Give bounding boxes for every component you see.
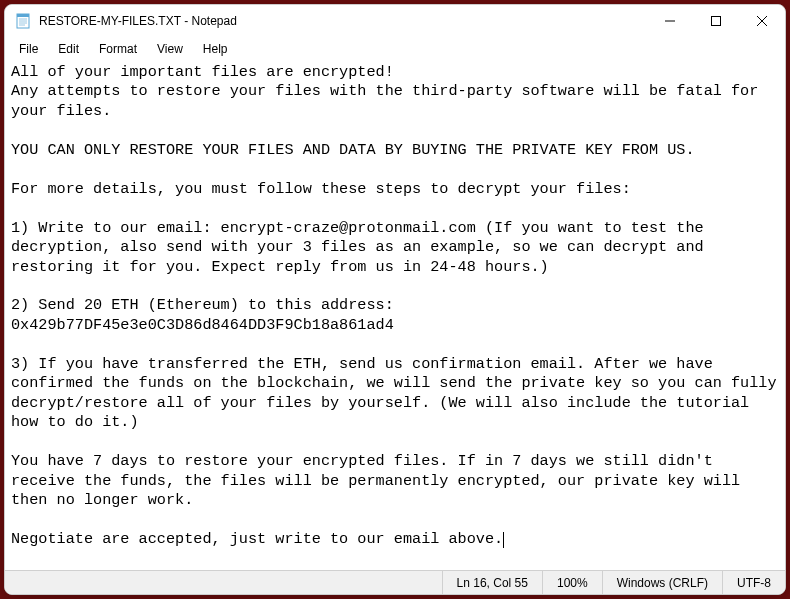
window-title: RESTORE-MY-FILES.TXT - Notepad (39, 14, 647, 28)
svg-rect-7 (712, 17, 721, 26)
statusbar: Ln 16, Col 55 100% Windows (CRLF) UTF-8 (5, 570, 785, 594)
menu-format[interactable]: Format (89, 40, 147, 58)
notepad-icon (15, 13, 31, 29)
status-zoom: 100% (542, 571, 602, 594)
status-encoding: UTF-8 (722, 571, 785, 594)
close-button[interactable] (739, 5, 785, 37)
menu-file[interactable]: File (9, 40, 48, 58)
titlebar[interactable]: RESTORE-MY-FILES.TXT - Notepad (5, 5, 785, 37)
status-position: Ln 16, Col 55 (442, 571, 542, 594)
maximize-button[interactable] (693, 5, 739, 37)
menubar: File Edit Format View Help (5, 37, 785, 61)
menu-help[interactable]: Help (193, 40, 238, 58)
minimize-button[interactable] (647, 5, 693, 37)
status-line-ending: Windows (CRLF) (602, 571, 722, 594)
menu-view[interactable]: View (147, 40, 193, 58)
document-text: All of your important files are encrypte… (11, 63, 785, 548)
text-cursor (503, 532, 504, 548)
window-controls (647, 5, 785, 37)
svg-rect-1 (17, 14, 29, 17)
notepad-window: RESTORE-MY-FILES.TXT - Notepad File Edit… (4, 4, 786, 595)
menu-edit[interactable]: Edit (48, 40, 89, 58)
text-area[interactable]: All of your important files are encrypte… (5, 61, 785, 570)
